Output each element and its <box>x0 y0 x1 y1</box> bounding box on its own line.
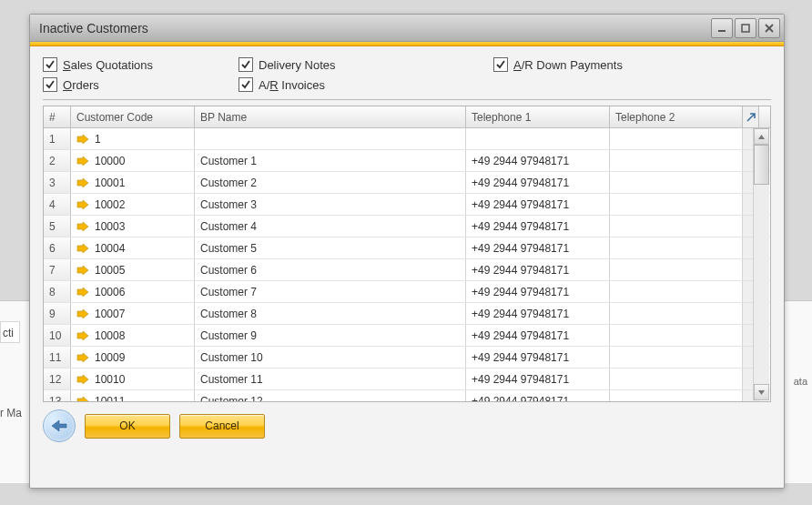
cell-telephone-2[interactable] <box>610 237 743 258</box>
cell-telephone-2[interactable] <box>610 303 743 324</box>
expand-table-button[interactable] <box>743 106 759 127</box>
cell-telephone-2[interactable] <box>610 325 743 346</box>
cell-customer-code[interactable]: 10002 <box>71 194 195 215</box>
drilldown-arrow-icon[interactable] <box>76 265 89 276</box>
titlebar[interactable]: Inactive Customers <box>30 15 784 42</box>
cell-telephone-2[interactable] <box>610 194 743 215</box>
cell-customer-code[interactable]: 10005 <box>71 259 195 280</box>
drilldown-arrow-icon[interactable] <box>76 243 89 254</box>
cell-telephone-1[interactable]: +49 2944 97948171 <box>466 390 610 401</box>
table-row[interactable]: 510003Customer 4+49 2944 97948171 <box>44 216 770 237</box>
checkbox-delivery-notes[interactable]: Delivery Notes <box>239 57 493 72</box>
cell-telephone-1[interactable]: +49 2944 97948171 <box>466 281 610 302</box>
cell-bp-name[interactable]: Customer 8 <box>195 303 466 324</box>
cell-customer-code[interactable]: 1 <box>71 128 195 149</box>
cell-telephone-2[interactable] <box>610 369 743 389</box>
cell-telephone-2[interactable] <box>610 172 743 193</box>
table-row[interactable]: 11 <box>44 128 770 150</box>
cell-telephone-2[interactable] <box>610 259 743 280</box>
cell-telephone-2[interactable] <box>610 128 743 149</box>
cell-telephone-1[interactable]: +49 2944 97948171 <box>466 216 610 237</box>
checkbox-sales-quotations[interactable]: Sales Quotations <box>43 57 239 72</box>
cell-telephone-1[interactable] <box>466 128 610 149</box>
cell-customer-code[interactable]: 10004 <box>71 237 195 258</box>
drilldown-arrow-icon[interactable] <box>76 287 89 298</box>
scroll-track[interactable] <box>754 145 769 384</box>
cell-telephone-2[interactable] <box>610 281 743 302</box>
table-row[interactable]: 210000Customer 1+49 2944 97948171 <box>44 150 770 172</box>
drilldown-arrow-icon[interactable] <box>76 330 89 341</box>
cell-telephone-2[interactable] <box>610 390 743 401</box>
cell-telephone-2[interactable] <box>610 216 743 237</box>
vertical-scrollbar[interactable] <box>753 128 769 400</box>
table-row[interactable]: 1210010Customer 11+49 2944 97948171 <box>44 369 770 390</box>
ok-button[interactable]: OK <box>85 414 170 439</box>
table-row[interactable]: 1010008Customer 9+49 2944 97948171 <box>44 325 770 347</box>
cell-telephone-2[interactable] <box>610 347 743 368</box>
cell-telephone-2[interactable] <box>610 150 743 171</box>
column-header-customer-code[interactable]: Customer Code <box>71 106 195 127</box>
drilldown-arrow-icon[interactable] <box>76 396 89 402</box>
drilldown-arrow-icon[interactable] <box>76 221 89 232</box>
column-header-bp-name[interactable]: BP Name <box>195 106 466 127</box>
cell-bp-name[interactable]: Customer 11 <box>195 369 466 389</box>
table-row[interactable]: 910007Customer 8+49 2944 97948171 <box>44 303 770 325</box>
maximize-button[interactable] <box>735 18 756 38</box>
cell-customer-code[interactable]: 10010 <box>71 369 195 389</box>
scroll-down-button[interactable] <box>754 384 769 400</box>
cell-bp-name[interactable]: Customer 4 <box>195 216 466 237</box>
table-row[interactable]: 810006Customer 7+49 2944 97948171 <box>44 281 770 303</box>
cell-telephone-1[interactable]: +49 2944 97948171 <box>466 150 610 171</box>
scroll-thumb[interactable] <box>754 145 769 185</box>
drilldown-arrow-icon[interactable] <box>76 156 89 167</box>
cell-bp-name[interactable]: Customer 7 <box>195 281 466 302</box>
table-row[interactable]: 1110009Customer 10+49 2944 97948171 <box>44 347 770 369</box>
cell-bp-name[interactable]: Customer 6 <box>195 259 466 280</box>
table-row[interactable]: 610004Customer 5+49 2944 97948171 <box>44 237 770 259</box>
table-row[interactable]: 410002Customer 3+49 2944 97948171 <box>44 194 770 216</box>
cell-bp-name[interactable] <box>195 128 466 149</box>
cell-telephone-1[interactable]: +49 2944 97948171 <box>466 259 610 280</box>
cell-bp-name[interactable]: Customer 5 <box>195 237 466 258</box>
column-header-telephone-2[interactable]: Telephone 2 <box>610 106 743 127</box>
cell-customer-code[interactable]: 10006 <box>71 281 195 302</box>
cell-bp-name[interactable]: Customer 9 <box>195 325 466 346</box>
cell-customer-code[interactable]: 10000 <box>71 150 195 171</box>
cell-customer-code[interactable]: 10009 <box>71 347 195 368</box>
checkbox-ar-down-payments[interactable]: A/R Down Payments <box>493 57 771 72</box>
cell-telephone-1[interactable]: +49 2944 97948171 <box>466 194 610 215</box>
cell-telephone-1[interactable]: +49 2944 97948171 <box>466 237 610 258</box>
cell-telephone-1[interactable]: +49 2944 97948171 <box>466 347 610 368</box>
minimize-button[interactable] <box>711 18 733 38</box>
cell-telephone-1[interactable]: +49 2944 97948171 <box>466 369 610 389</box>
table-row[interactable]: 310001Customer 2+49 2944 97948171 <box>44 172 770 194</box>
cell-telephone-1[interactable]: +49 2944 97948171 <box>466 172 610 193</box>
cell-customer-code[interactable]: 10001 <box>71 172 195 193</box>
table-row[interactable]: 710005Customer 6+49 2944 97948171 <box>44 259 770 281</box>
cell-customer-code[interactable]: 10007 <box>71 303 195 324</box>
cancel-button[interactable]: Cancel <box>179 414 265 439</box>
drilldown-arrow-icon[interactable] <box>76 308 89 319</box>
cell-telephone-1[interactable]: +49 2944 97948171 <box>466 325 610 346</box>
drilldown-arrow-icon[interactable] <box>76 199 89 210</box>
cell-bp-name[interactable]: Customer 3 <box>195 194 466 215</box>
drilldown-arrow-icon[interactable] <box>76 374 89 385</box>
close-button[interactable] <box>758 18 780 38</box>
scroll-up-button[interactable] <box>754 128 769 145</box>
cell-bp-name[interactable]: Customer 12 <box>195 390 466 401</box>
back-button[interactable] <box>43 409 76 442</box>
cell-customer-code[interactable]: 10008 <box>71 325 195 346</box>
cell-bp-name[interactable]: Customer 2 <box>195 172 466 193</box>
checkbox-ar-invoices[interactable]: A/R Invoices <box>239 77 493 92</box>
drilldown-arrow-icon[interactable] <box>76 352 89 363</box>
column-header-telephone-1[interactable]: Telephone 1 <box>466 106 610 127</box>
cell-customer-code[interactable]: 10003 <box>71 216 195 237</box>
cell-customer-code[interactable]: 10011 <box>71 390 195 401</box>
cell-bp-name[interactable]: Customer 1 <box>195 150 466 171</box>
cell-telephone-1[interactable]: +49 2944 97948171 <box>466 303 610 324</box>
checkbox-orders[interactable]: Orders <box>43 77 239 92</box>
column-header-number[interactable]: # <box>44 106 71 127</box>
table-row[interactable]: 1310011Customer 12+49 2944 97948171 <box>44 390 770 401</box>
drilldown-arrow-icon[interactable] <box>76 177 89 188</box>
drilldown-arrow-icon[interactable] <box>76 134 89 145</box>
